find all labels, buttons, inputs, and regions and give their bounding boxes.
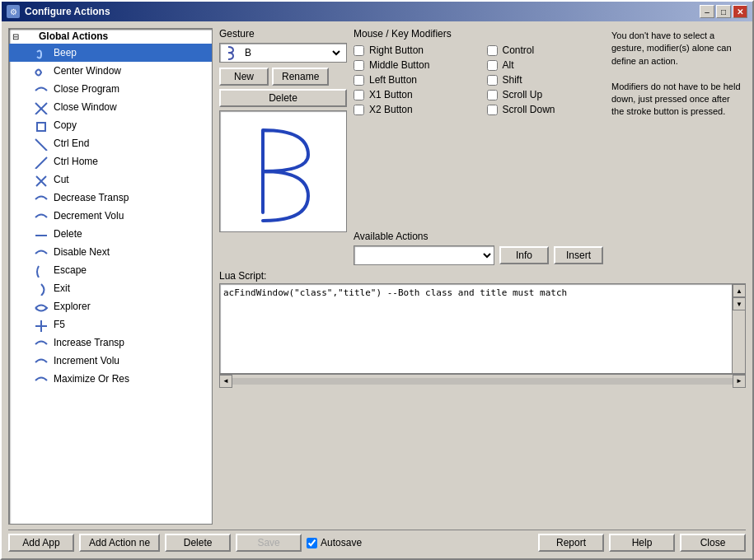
modifier-label-control: Control xyxy=(503,44,535,56)
modifier-checkbox-middle-button[interactable] xyxy=(354,60,364,71)
modifier-checkbox-alt[interactable] xyxy=(487,60,498,71)
tree-item-explorer[interactable]: Explorer xyxy=(9,297,212,315)
tree-item-exit[interactable]: Exit xyxy=(9,279,212,297)
gesture-icon-beep xyxy=(32,45,50,60)
gesture-dropdown-container[interactable]: B C D L R U xyxy=(219,43,347,63)
tree-item-close-program[interactable]: Close Program xyxy=(9,80,212,98)
tree-collapse-icon[interactable]: ⊟ xyxy=(12,32,19,41)
tree-item-decrease-transp[interactable]: Decrease Transp xyxy=(9,189,212,207)
tree-item-ctrl-home[interactable]: Ctrl Home xyxy=(9,152,212,170)
title-buttons: – □ ✕ xyxy=(700,5,747,18)
tree-item-label-close-window: Close Window xyxy=(54,101,117,113)
modifier-checkbox-scroll-up[interactable] xyxy=(487,90,498,100)
tree-item-disable-next[interactable]: Disable Next xyxy=(9,243,212,261)
gesture-b-icon xyxy=(223,44,241,62)
modifier-middle-button[interactable]: Middle Button xyxy=(354,59,471,71)
tree-item-beep[interactable]: Beep xyxy=(9,44,212,62)
tree-item-f5[interactable]: F5 xyxy=(9,315,212,334)
modifier-scroll-up[interactable]: Scroll Up xyxy=(487,89,604,100)
lua-hscroll-right-btn[interactable]: ► xyxy=(733,375,746,388)
modifier-checkbox-left-button[interactable] xyxy=(354,75,364,86)
tree-item-label-decrement-volu: Decrement Volu xyxy=(54,210,124,222)
tree-item-label-decrease-transp: Decrease Transp xyxy=(54,192,129,203)
tree-item-label-escape: Escape xyxy=(54,264,87,276)
minimize-button[interactable]: – xyxy=(700,5,714,18)
modifier-checkbox-shift[interactable] xyxy=(487,75,498,86)
tree-item-ctrl-end[interactable]: Ctrl End xyxy=(9,134,212,152)
tree-item-increment-volu[interactable]: Increment Volu xyxy=(9,352,212,370)
help-button[interactable]: Help xyxy=(609,534,675,552)
report-button[interactable]: Report xyxy=(538,534,604,552)
autosave-label[interactable]: Autosave xyxy=(321,537,362,548)
lua-hscroll-left-btn[interactable]: ◄ xyxy=(219,375,232,388)
tree-item-increase-transp[interactable]: Increase Transp xyxy=(9,334,212,352)
modifiers-grid: Right ButtonControlMiddle ButtonAltLeft … xyxy=(354,44,603,115)
gesture-icon-center-window xyxy=(32,63,50,78)
tree-item-label-close-program: Close Program xyxy=(54,83,119,95)
tree-item-label-delete: Delete xyxy=(54,228,82,240)
modifier-alt[interactable]: Alt xyxy=(487,59,604,71)
modifier-label-right-button: Right Button xyxy=(369,44,424,56)
tree-item-cut[interactable]: Cut xyxy=(9,170,212,189)
modifier-checkbox-scroll-down[interactable] xyxy=(487,105,498,115)
modifier-control[interactable]: Control xyxy=(487,44,604,56)
lua-vertical-scrollbar[interactable]: ▲ ▼ xyxy=(732,284,745,373)
tree-item-label-ctrl-end: Ctrl End xyxy=(54,138,89,149)
add-app-button[interactable]: Add App xyxy=(8,534,74,552)
info-panel: You don't have to select a gesture, modi… xyxy=(610,28,746,265)
save-button[interactable]: Save xyxy=(236,534,302,552)
autosave-checkbox[interactable] xyxy=(307,538,317,548)
lua-textarea[interactable] xyxy=(220,284,732,373)
modifier-checkbox-right-button[interactable] xyxy=(354,45,364,56)
modifier-label-middle-button: Middle Button xyxy=(369,59,429,71)
insert-button[interactable]: Insert xyxy=(554,246,603,264)
tree-item-label-ctrl-home: Ctrl Home xyxy=(54,156,98,167)
gesture-icon-disable-next xyxy=(32,245,50,259)
info-button[interactable]: Info xyxy=(499,246,549,264)
tree-item-delete[interactable]: Delete xyxy=(9,225,212,243)
modifier-x2-button[interactable]: X2 Button xyxy=(354,104,471,115)
tree-item-escape[interactable]: Escape xyxy=(9,261,212,279)
modifier-right-button[interactable]: Right Button xyxy=(354,44,471,56)
gesture-icon-ctrl-home xyxy=(32,154,50,169)
modifiers-label: Mouse / Key Modifiers xyxy=(354,28,603,40)
new-button[interactable]: New xyxy=(219,68,269,86)
gesture-select[interactable]: B C D L R U xyxy=(241,46,343,59)
modifier-shift[interactable]: Shift xyxy=(487,74,604,86)
window-close-button[interactable]: ✕ xyxy=(733,5,747,18)
lua-horizontal-scrollbar[interactable]: ◄ ► xyxy=(219,374,746,387)
modifier-checkbox-control[interactable] xyxy=(487,45,498,56)
modifier-checkbox-x1-button[interactable] xyxy=(354,90,364,100)
gesture-icon-explorer xyxy=(32,299,50,314)
bottom-delete-button[interactable]: Delete xyxy=(165,534,231,552)
available-actions-dropdown[interactable] xyxy=(354,245,494,265)
tree-item-close-window[interactable]: Close Window xyxy=(9,98,212,116)
modifier-scroll-down[interactable]: Scroll Down xyxy=(487,104,604,115)
tree-item-label-exit: Exit xyxy=(54,282,70,294)
modifier-label-x2-button: X2 Button xyxy=(369,104,413,115)
gesture-icon-close-program xyxy=(32,82,50,96)
lua-scrollbar-down-btn[interactable]: ▼ xyxy=(733,297,746,310)
modifier-left-button[interactable]: Left Button xyxy=(354,74,471,86)
gesture-icon-copy xyxy=(32,118,50,133)
tree-item-maximize-or-res[interactable]: Maximize Or Res xyxy=(9,370,212,388)
actions-tree-panel[interactable]: ⊟ Global Actions BeepCenter WindowClose … xyxy=(8,28,213,525)
gesture-new-rename-row: New Rename xyxy=(219,68,347,86)
lua-textarea-container: ▲ ▼ xyxy=(219,283,746,374)
title-bar-left: ⚙ Configure Actions xyxy=(7,5,110,18)
tree-item-center-window[interactable]: Center Window xyxy=(9,62,212,80)
modifier-checkbox-x2-button[interactable] xyxy=(354,105,364,115)
gesture-preview-svg xyxy=(234,114,333,229)
delete-button[interactable]: Delete xyxy=(219,89,347,107)
tree-item-decrement-volu[interactable]: Decrement Volu xyxy=(9,207,212,225)
close-button[interactable]: Close xyxy=(680,534,746,552)
rename-button[interactable]: Rename xyxy=(272,68,329,86)
modifier-x1-button[interactable]: X1 Button xyxy=(354,89,471,100)
modifiers-section: Mouse / Key Modifiers Right ButtonContro… xyxy=(354,28,603,265)
lua-scrollbar-up-btn[interactable]: ▲ xyxy=(733,284,746,297)
tree-item-copy[interactable]: Copy xyxy=(9,116,212,134)
add-action-button[interactable]: Add Action ne xyxy=(79,534,160,552)
gesture-icon-increment-volu xyxy=(32,353,50,368)
maximize-button[interactable]: □ xyxy=(716,5,731,18)
window-body: ⊟ Global Actions BeepCenter WindowClose … xyxy=(2,21,752,558)
